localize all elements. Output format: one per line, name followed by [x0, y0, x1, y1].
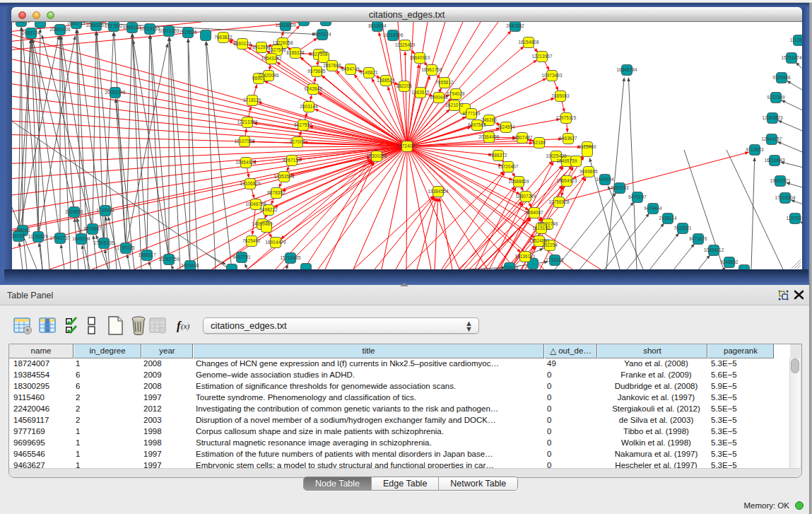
svg-text:10756928: 10756928 — [548, 199, 570, 204]
svg-text:12213369: 12213369 — [237, 119, 258, 124]
svg-text:8990448: 8990448 — [430, 95, 448, 100]
svg-text:9327508: 9327508 — [310, 52, 328, 57]
svg-text:7663822: 7663822 — [214, 35, 233, 40]
svg-text:7857224: 7857224 — [313, 32, 331, 37]
svg-text:12213967: 12213967 — [531, 54, 553, 59]
svg-text:8878352: 8878352 — [267, 190, 286, 195]
svg-text:16033809: 16033809 — [275, 23, 296, 28]
svg-text:7625402: 7625402 — [242, 238, 261, 243]
svg-text:10807487: 10807487 — [512, 135, 533, 140]
svg-text:2020656: 2020656 — [65, 209, 83, 214]
svg-text:19218506: 19218506 — [382, 33, 404, 37]
svg-text:14136141: 14136141 — [514, 254, 536, 259]
svg-text:1733426: 1733426 — [500, 265, 519, 269]
svg-text:1362615: 1362615 — [411, 90, 430, 95]
svg-text:7955812: 7955812 — [435, 80, 454, 85]
svg-text:12353594: 12353594 — [273, 174, 295, 179]
svg-text:19692971: 19692971 — [770, 178, 791, 183]
svg-text:8660124: 8660124 — [233, 41, 252, 46]
svg-text:1905572: 1905572 — [12, 22, 30, 23]
svg-text:1735998: 1735998 — [96, 208, 114, 213]
svg-text:18807249: 18807249 — [515, 194, 536, 199]
svg-text:252254: 252254 — [542, 243, 558, 247]
svg-text:15720407: 15720407 — [498, 164, 519, 169]
svg-text:9474444: 9474444 — [644, 206, 662, 211]
svg-text:11325419: 11325419 — [395, 42, 416, 47]
svg-text:(x): (x) — [181, 322, 190, 331]
svg-text:1645194: 1645194 — [72, 236, 90, 241]
svg-text:10107552: 10107552 — [234, 139, 255, 144]
svg-text:6479197: 6479197 — [628, 194, 647, 199]
svg-text:1388520: 1388520 — [377, 78, 395, 83]
svg-text:15751074: 15751074 — [781, 55, 802, 60]
svg-text:18640910: 18640910 — [409, 55, 430, 60]
svg-text:20053346: 20053346 — [105, 90, 126, 95]
svg-text:2087682: 2087682 — [506, 23, 524, 28]
svg-text:10973493: 10973493 — [541, 73, 563, 78]
svg-text:10653257: 10653257 — [86, 23, 107, 28]
svg-text:9084067: 9084067 — [525, 210, 543, 215]
svg-text:9457791: 9457791 — [233, 255, 251, 259]
svg-text:9375685: 9375685 — [307, 69, 326, 74]
svg-text:9113933: 9113933 — [746, 147, 763, 152]
svg-text:9115460: 9115460 — [578, 144, 596, 149]
svg-text:9242848: 9242848 — [304, 86, 322, 91]
svg-text:9463627: 9463627 — [559, 136, 577, 141]
svg-text:20691406: 20691406 — [49, 27, 71, 32]
svg-text:19384554: 19384554 — [428, 189, 449, 194]
svg-text:18300295: 18300295 — [366, 153, 387, 158]
svg-text:1621072: 1621072 — [445, 103, 464, 107]
svg-text:3975867: 3975867 — [83, 226, 102, 231]
svg-text:39159: 39159 — [12, 233, 25, 238]
svg-text:1112841: 1112841 — [790, 37, 802, 42]
svg-text:1958117: 1958117 — [138, 252, 155, 257]
svg-text:746266: 746266 — [481, 117, 497, 122]
svg-text:9389253: 9389253 — [611, 185, 629, 190]
svg-text:1527602: 1527602 — [105, 23, 123, 28]
svg-text:12093823: 12093823 — [762, 115, 783, 120]
svg-text:1795725: 1795725 — [117, 245, 135, 250]
svg-text:2055724: 2055724 — [22, 30, 40, 35]
svg-text:10025438: 10025438 — [546, 153, 567, 158]
svg-text:7515526: 7515526 — [179, 30, 197, 35]
svg-text:16648784: 16648784 — [616, 67, 637, 72]
svg-text:62160: 62160 — [533, 140, 546, 145]
svg-text:9777169: 9777169 — [462, 111, 481, 116]
svg-text:11156829: 11156829 — [28, 234, 49, 239]
svg-text:16495759: 16495759 — [556, 158, 577, 163]
svg-text:3624554: 3624554 — [497, 124, 515, 129]
svg-text:1640954: 1640954 — [596, 177, 614, 182]
svg-text:12975115: 12975115 — [556, 115, 577, 120]
svg-text:2867608: 2867608 — [323, 63, 341, 68]
svg-text:6966160: 6966160 — [123, 25, 141, 30]
svg-text:1923448: 1923448 — [181, 263, 199, 268]
svg-text:16961758: 16961758 — [421, 67, 442, 72]
svg-text:8186328: 8186328 — [286, 50, 305, 55]
svg-text:7632621: 7632621 — [673, 226, 692, 230]
svg-text:9699695: 9699695 — [579, 169, 598, 174]
svg-text:16782759: 16782759 — [158, 257, 180, 262]
svg-text:16210643: 16210643 — [764, 158, 785, 163]
svg-text:2935114: 2935114 — [659, 216, 676, 221]
svg-text:7485063: 7485063 — [551, 93, 570, 98]
svg-text:917004: 917004 — [290, 139, 305, 144]
svg-text:12444157: 12444157 — [761, 136, 782, 141]
svg-text:9146821: 9146821 — [360, 70, 378, 75]
svg-text:1615152: 1615152 — [532, 226, 551, 230]
svg-text:16154808: 16154808 — [518, 40, 539, 45]
svg-text:9327506: 9327506 — [268, 47, 286, 52]
svg-text:8813054: 8813054 — [368, 23, 387, 28]
svg-text:8267150: 8267150 — [283, 158, 301, 163]
svg-text:10719155: 10719155 — [139, 26, 160, 31]
svg-text:1167533: 1167533 — [786, 216, 802, 221]
svg-text:15716485: 15716485 — [280, 255, 301, 260]
svg-text:19654925: 19654925 — [235, 160, 257, 165]
svg-text:2063712: 2063712 — [67, 22, 86, 25]
svg-text:10671355: 10671355 — [158, 28, 180, 33]
svg-text:17016504: 17016504 — [775, 195, 796, 200]
svg-text:7886372: 7886372 — [489, 153, 507, 158]
svg-text:9329966: 9329966 — [772, 75, 791, 80]
svg-text:135061: 135061 — [15, 228, 30, 233]
svg-text:2803144: 2803144 — [300, 104, 318, 109]
svg-text:9245652: 9245652 — [720, 259, 739, 264]
